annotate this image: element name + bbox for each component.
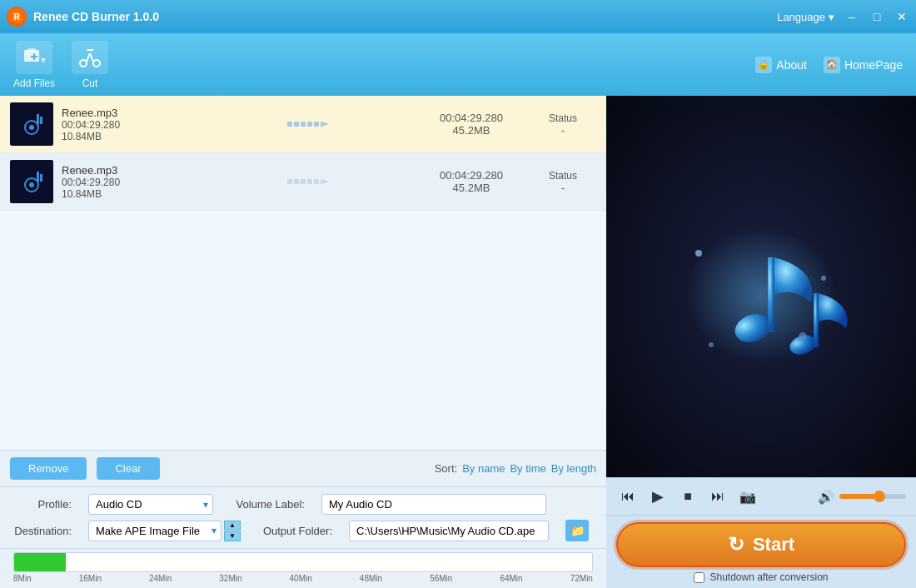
maximize-button[interactable]: □ [869,9,884,24]
add-files-icon [16,41,52,74]
minimize-button[interactable]: – [844,9,859,24]
shutdown-checkbox[interactable] [694,572,704,583]
browse-icon: 📁 [570,524,585,537]
app-title: Renee CD Burner 1.0.0 [33,10,159,23]
output-duration: 00:04:29.280 [421,169,521,182]
play-button[interactable]: ▶ [646,485,670,508]
sort-by-length[interactable]: By length [551,462,596,475]
marker-64: 64Min [500,574,522,583]
file-name: Renee.mp3 [62,164,195,177]
file-thumbnail [10,160,53,203]
status-area: Status - [530,170,596,194]
remove-button[interactable]: Remove [10,457,87,480]
arrow-area [203,177,413,187]
cut-label: Cut [82,77,98,89]
start-panel: ↻ Start Shutdown after conversion [606,515,916,588]
titlebar-controls: Language ▾ – □ ✕ [777,9,909,24]
cut-icon [72,41,108,74]
skip-back-button[interactable]: ⏮ [616,485,640,508]
app-logo: R [7,7,27,27]
music-graphic [670,203,853,370]
refresh-icon: ↻ [728,533,744,556]
progress-track [13,552,593,572]
progress-area: 8Min 16Min 24Min 32Min 40Min 48Min 56Min… [0,548,606,588]
skip-forward-button[interactable]: ⏭ [706,485,729,508]
progress-fill [14,553,66,571]
file-list: Renee.mp3 00:04:29.280 10.84MB 00:04:29.… [0,96,606,273]
file-info: Renee.mp3 00:04:29.280 10.84MB [62,107,195,142]
file-info: Renee.mp3 00:04:29.280 10.84MB [62,164,195,200]
svg-rect-22 [768,257,774,332]
volume-slider-area: 🔊 [766,489,906,505]
sort-area: Sort: By name By time By length [435,462,596,475]
status-label: Status [530,170,596,182]
destination-row: Destination: Make APE Image File ▾ ▲ ▼ O… [13,520,593,541]
marker-16: 16Min [79,574,102,583]
svg-rect-18 [37,172,39,182]
about-link[interactable]: 🔒 About [755,57,807,73]
file-size: 10.84MB [62,188,195,200]
close-button[interactable]: ✕ [894,9,909,24]
marker-56: 56Min [430,574,452,583]
preview-panel: ⏮ ▶ ■ ⏭ 📷 🔊 ↻ Start Shutdown after conve… [606,96,916,588]
destination-select[interactable]: Make APE Image File [88,521,222,541]
output-size: 45.2MB [421,124,521,137]
file-area: Renee.mp3 00:04:29.280 10.84MB 00:04:29.… [0,96,606,588]
svg-point-5 [80,60,87,67]
svg-rect-14 [40,117,42,124]
volume-thumb[interactable] [874,491,885,502]
file-duration: 00:04:29.280 [62,177,195,188]
svg-rect-1 [27,48,36,52]
svg-rect-10 [10,102,53,146]
lock-icon: 🔒 [755,57,772,73]
status-value: - [530,182,596,194]
titlebar: R Renee CD Burner 1.0.0 Language ▾ – □ ✕ [0,0,916,33]
marker-40: 40Min [290,574,312,583]
table-row[interactable]: Renee.mp3 00:04:29.280 10.84MB 00:04:29.… [0,153,606,211]
profile-select-wrapper: Audio CD ▾ [88,494,213,515]
svg-point-12 [29,125,34,130]
svg-point-25 [695,250,702,257]
marker-32: 32Min [219,574,241,583]
stop-button[interactable]: ■ [676,485,699,508]
progress-markers: 8Min 16Min 24Min 32Min 40Min 48Min 56Min… [13,574,593,583]
shutdown-label: Shutdown after conversion [709,571,828,583]
homepage-link[interactable]: 🏠 HomePage [824,57,903,73]
profile-select[interactable]: Audio CD [88,494,213,515]
output-info: 00:04:29.280 45.2MB [421,112,521,137]
start-button[interactable]: ↻ Start [616,522,906,567]
bottom-controls: Remove Clear Sort: By name By time By le… [0,450,606,486]
clear-button[interactable]: Clear [97,457,159,480]
cut-button[interactable]: Cut [72,41,108,89]
svg-rect-19 [40,174,42,182]
destination-down-button[interactable]: ▼ [224,531,241,541]
destination-up-button[interactable]: ▲ [224,521,241,531]
svg-rect-13 [37,114,39,124]
table-row[interactable]: Renee.mp3 00:04:29.280 10.84MB 00:04:29.… [0,96,606,153]
add-files-button[interactable]: Add Files [13,41,55,89]
destination-label: Destination: [13,525,72,537]
marker-72: 72Min [570,574,593,583]
logo-text: R [13,12,19,22]
output-folder-input[interactable] [349,521,549,541]
sort-by-name[interactable]: By name [462,462,505,475]
output-folder-label: Output Folder: [257,525,332,537]
camera-button[interactable]: 📷 [736,485,759,508]
svg-point-6 [93,60,100,67]
main-area: Renee.mp3 00:04:29.280 10.84MB 00:04:29.… [0,96,916,588]
shutdown-row: Shutdown after conversion [616,571,906,583]
browse-button[interactable]: 📁 [565,520,589,541]
settings-area: Profile: Audio CD ▾ Volume Label: Destin… [0,486,606,548]
sort-by-time[interactable]: By time [510,462,545,475]
volume-input[interactable] [321,494,546,515]
language-button[interactable]: Language ▾ [777,11,834,23]
profile-label: Profile: [13,498,72,511]
volume-icon: 🔊 [818,489,834,505]
arrow-area [203,119,413,129]
toolbar-right: 🔒 About 🏠 HomePage [755,57,903,73]
volume-track[interactable] [839,494,906,499]
player-controls: ⏮ ▶ ■ ⏭ 📷 🔊 [606,477,916,515]
file-thumbnail [10,102,53,146]
file-name: Renee.mp3 [62,107,195,119]
marker-8: 8Min [13,574,32,583]
